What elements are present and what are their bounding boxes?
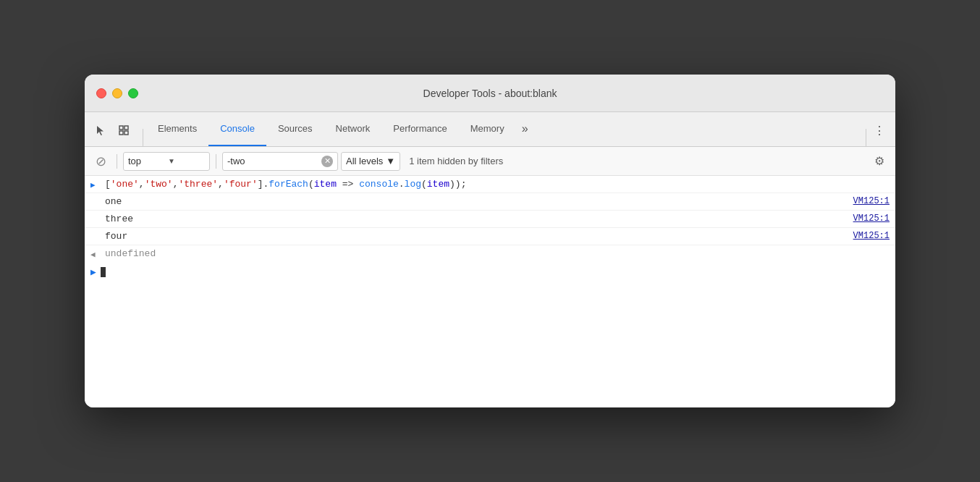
context-dropdown[interactable]: top ▼ bbox=[123, 152, 210, 171]
source-link-0[interactable]: VM125:1 bbox=[853, 196, 890, 206]
more-tabs-button[interactable]: » bbox=[516, 111, 534, 146]
code-input-row: ▶ ['one','two','three','four'].forEach(i… bbox=[85, 176, 895, 193]
traffic-lights bbox=[96, 88, 138, 98]
svg-rect-1 bbox=[124, 126, 128, 130]
tab-network[interactable]: Network bbox=[324, 111, 382, 146]
context-dropdown-arrow: ▼ bbox=[168, 157, 205, 165]
hidden-filters-message: 1 item hidden by filters bbox=[409, 156, 503, 166]
output-value-2: four bbox=[105, 231, 853, 242]
tab-memory[interactable]: Memory bbox=[459, 111, 516, 146]
toolbar-divider-1 bbox=[117, 154, 117, 169]
svg-rect-3 bbox=[124, 131, 128, 135]
output-value-0: one bbox=[105, 196, 853, 207]
svg-rect-2 bbox=[119, 131, 123, 135]
filter-input-wrap: ✕ bbox=[222, 152, 338, 171]
tab-performance[interactable]: Performance bbox=[381, 111, 458, 146]
more-menu-button[interactable]: ⋮ bbox=[869, 120, 890, 140]
output-row-1: ▶ three VM125:1 bbox=[85, 211, 895, 228]
prompt-arrow: ▶ bbox=[90, 266, 96, 278]
svg-rect-0 bbox=[119, 126, 123, 130]
toolbar-icons bbox=[90, 120, 134, 146]
code-content: ['one','two','three','four'].forEach(ite… bbox=[105, 179, 890, 190]
window-title: Developer Tools - about:blank bbox=[423, 88, 557, 99]
prompt-cursor bbox=[101, 267, 106, 277]
close-button[interactable] bbox=[96, 88, 106, 98]
inspector-tool-button[interactable] bbox=[114, 120, 134, 140]
cursor-tool-button[interactable] bbox=[90, 120, 111, 140]
console-prompt-row[interactable]: ▶ bbox=[85, 262, 895, 282]
source-link-1[interactable]: VM125:1 bbox=[853, 213, 890, 224]
console-settings-button[interactable]: ⚙ bbox=[869, 151, 890, 172]
source-link-2[interactable]: VM125:1 bbox=[853, 231, 890, 241]
output-value-1: three bbox=[105, 213, 853, 224]
devtools-tabs-bar: Elements Console Sources Network Perform… bbox=[85, 112, 895, 147]
tab-sources[interactable]: Sources bbox=[266, 111, 324, 146]
clear-filter-button[interactable]: ✕ bbox=[321, 156, 333, 167]
filter-input[interactable] bbox=[227, 156, 318, 166]
undefined-value: undefined bbox=[105, 248, 890, 259]
levels-dropdown-arrow: ▼ bbox=[386, 156, 395, 166]
tab-divider-right bbox=[866, 129, 866, 146]
expand-arrow[interactable]: ▶ bbox=[90, 179, 99, 190]
minimize-button[interactable] bbox=[112, 88, 122, 98]
tabs-right-icons: ⋮ bbox=[869, 120, 890, 146]
clear-console-button[interactable]: ⊘ bbox=[90, 151, 111, 172]
devtools-window: Developer Tools - about:blank Elemen bbox=[85, 75, 895, 407]
toolbar-divider-2 bbox=[216, 154, 216, 169]
tab-divider-left bbox=[143, 129, 143, 146]
undefined-row: ◀ undefined bbox=[85, 245, 895, 262]
maximize-button[interactable] bbox=[128, 88, 138, 98]
console-body: ▶ ['one','two','three','four'].forEach(i… bbox=[85, 176, 895, 407]
title-bar: Developer Tools - about:blank bbox=[85, 75, 895, 112]
output-row-2: ▶ four VM125:1 bbox=[85, 228, 895, 245]
levels-dropdown[interactable]: All levels ▼ bbox=[341, 152, 400, 171]
undefined-arrow: ◀ bbox=[90, 248, 99, 259]
tab-console[interactable]: Console bbox=[208, 111, 266, 146]
console-toolbar: ⊘ top ▼ ✕ All levels ▼ 1 item hidden by … bbox=[85, 147, 895, 176]
output-row-0: ▶ one VM125:1 bbox=[85, 193, 895, 211]
tabs-list: Elements Console Sources Network Perform… bbox=[146, 111, 863, 146]
tab-elements[interactable]: Elements bbox=[146, 111, 208, 146]
